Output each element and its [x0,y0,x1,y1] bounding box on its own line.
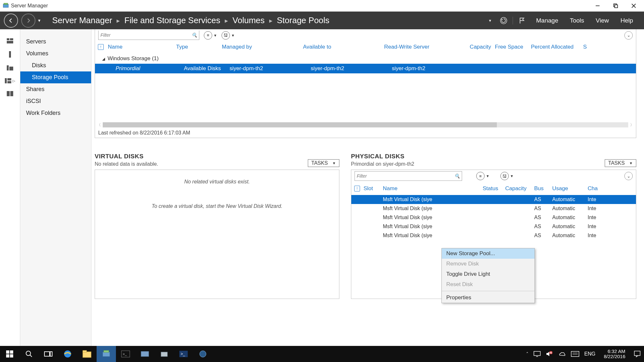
col-available-to[interactable]: Available to [303,44,384,50]
tasks-label: TASKS [608,160,625,166]
refresh-icon[interactable] [499,16,508,25]
taskbar-cmd-icon[interactable]: >_ [116,346,135,362]
pools-group-row[interactable]: ◢Windows Storage (1) [95,53,636,64]
grouping-icon[interactable]: ≡ [476,172,485,180]
minimize-button[interactable] [589,0,607,11]
close-button[interactable] [625,0,643,11]
pool-row-primordial[interactable]: Primordial Available Disks siyer-dpm-th2… [95,64,636,73]
pd-row[interactable]: Msft Virtual Disk (siyeASAutomaticInte [351,231,636,240]
file-storage-icon[interactable]: ▷ [0,78,20,83]
tray-display-icon[interactable] [534,351,541,357]
col-slot[interactable]: Slot [364,185,383,192]
col-managed-by[interactable]: Managed by [222,44,303,50]
menu-help[interactable]: Help [620,17,633,24]
col-bus[interactable]: Bus [534,185,552,192]
pd-name: Msft Virtual Disk (siye [383,215,483,220]
svg-rect-21 [6,354,9,357]
pd-row[interactable]: Msft Virtual Disk (siyeASAutomaticInte [351,204,636,213]
pools-filter-input[interactable]: Filter 🔍 [98,31,199,40]
search-icon[interactable]: 🔍 [454,173,460,179]
taskbar-server-manager-icon[interactable] [97,346,116,362]
maximize-button[interactable] [607,0,625,11]
menu-tools[interactable]: Tools [570,17,584,24]
chevron-down-icon[interactable]: ▼ [486,174,489,178]
sidebar-item-work-folders[interactable]: Work Folders [20,107,91,119]
sidebar-item-servers[interactable]: Servers [20,36,91,48]
nav-history-dropdown[interactable]: ▼ [37,18,41,23]
taskbar-ie-icon[interactable] [58,346,77,362]
sidebar-item-storage-pools[interactable]: Storage Pools [20,71,91,83]
vd-tasks-button[interactable]: TASKS▼ [308,159,339,167]
col-status[interactable]: Status [483,185,505,192]
save-view-icon[interactable]: 🖫 [222,31,230,40]
svg-rect-1 [4,3,8,5]
tray-lang[interactable]: ENG [584,351,596,357]
crumb-storage-pools[interactable]: Storage Pools [277,15,329,25]
flag-icon[interactable] [517,16,526,25]
col-free-space[interactable]: Free Space [495,44,531,50]
menu-item[interactable]: New Storage Pool... [442,248,535,259]
menu-item[interactable]: Properties [442,292,535,303]
group-label: Windows Storage (1) [108,55,159,61]
col-usage[interactable]: Usage [552,185,588,192]
sidebar-item-shares[interactable]: Shares [20,83,91,95]
grouping-icon[interactable]: ≡ [204,31,212,40]
crumb-server-manager[interactable]: Server Manager [52,15,112,25]
menu-view[interactable]: View [596,17,609,24]
crumb-file-storage[interactable]: File and Storage Services [124,15,220,25]
sidebar-item-disks[interactable]: Disks [20,60,91,71]
chevron-down-icon[interactable]: ▼ [231,33,235,37]
expand-icon[interactable]: ⌄ [624,172,633,180]
pd-row[interactable]: Msft Virtual Disk (siyeASAutomaticInte [351,222,636,231]
col-name[interactable]: Name [383,185,483,192]
tray-notifications-icon[interactable] [634,350,641,357]
chevron-down-icon[interactable]: ▼ [213,33,217,37]
pd-row[interactable]: Msft Virtual Disk (siyeASAutomaticInte [351,213,636,222]
col-rws[interactable]: Read-Write Server [384,44,465,50]
search-icon[interactable]: 🔍 [192,32,197,38]
crumb-volumes[interactable]: Volumes [232,15,265,25]
taskbar-powershell-icon[interactable]: >_ [174,346,193,362]
pd-tasks-button[interactable]: TASKS▼ [605,159,636,167]
tray-chevron-up-icon[interactable]: ˄ [526,351,528,357]
pd-bus: AS [534,224,552,229]
crumb-dropdown-icon[interactable]: ▼ [486,16,495,25]
pd-bus: AS [534,233,552,238]
tray-clock[interactable]: 6:32 AM 8/22/2016 [604,349,625,359]
services-icon[interactable] [6,90,14,97]
horizontal-scrollbar[interactable]: 〈〉 [95,122,636,128]
svg-rect-15 [7,78,11,80]
col-type[interactable]: Type [176,44,222,50]
sidebar-item-iscsi[interactable]: iSCSI [20,95,91,107]
local-server-icon[interactable] [6,51,14,58]
menu-item[interactable]: Toggle Drive Light [442,269,535,279]
col-capacity[interactable]: Capacity [505,185,534,192]
col-capacity[interactable]: Capacity [465,44,495,50]
pd-row[interactable]: Msft Virtual Disk (siyeASAutomaticInte [351,195,636,204]
all-servers-icon[interactable] [6,65,14,71]
tray-volume-icon[interactable] [546,351,553,357]
search-button[interactable] [19,346,39,362]
chevron-down-icon[interactable]: ▼ [510,174,514,178]
taskbar-app1-icon[interactable] [135,346,155,362]
taskbar-explorer-icon[interactable] [77,346,97,362]
tray-keyboard-icon[interactable] [571,351,579,357]
back-button[interactable] [4,14,18,28]
menu-manage[interactable]: Manage [536,17,558,24]
tray-onedrive-icon[interactable] [558,351,566,357]
taskbar-app2-icon[interactable] [155,346,174,362]
col-name[interactable]: Name [108,44,176,50]
expand-icon[interactable]: ⌄ [624,31,633,40]
taskbar-app3-icon[interactable] [193,346,213,362]
sidebar-item-volumes[interactable]: Volumes [20,48,91,60]
svg-rect-10 [7,41,13,43]
col-chassis[interactable]: Cha [588,185,604,192]
start-button[interactable] [0,346,19,362]
col-s[interactable]: S [583,44,593,50]
pd-filter-input[interactable]: Filter 🔍 [355,171,462,181]
taskview-button[interactable] [39,346,58,362]
forward-button[interactable] [21,14,35,28]
dashboard-icon[interactable] [6,38,14,44]
col-percent[interactable]: Percent Allocated [531,44,583,50]
save-view-icon[interactable]: 🖫 [500,172,509,180]
